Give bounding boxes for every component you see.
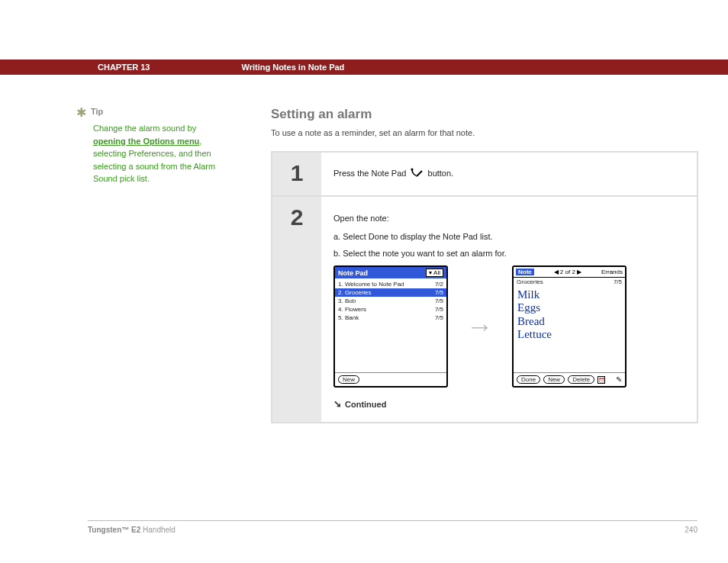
svg-point-0 xyxy=(411,168,414,170)
note-title: Groceries xyxy=(517,278,543,285)
step-number-cell: 1 xyxy=(272,153,321,195)
note-pager[interactable]: ◀ 2 of 2 ▶ xyxy=(554,269,581,275)
done-button[interactable]: Done xyxy=(517,375,540,384)
notepad-list-titlebar: Note Pad ▾ All xyxy=(335,267,446,278)
main-content: Setting an alarm To use a note as a remi… xyxy=(271,107,675,423)
step-2-open-line: Open the note: xyxy=(333,214,685,223)
notepad-button-icon xyxy=(410,168,424,180)
continued-label: Continued xyxy=(345,400,386,409)
asterisk-icon: ✱ xyxy=(76,107,86,119)
step-number: 1 xyxy=(291,160,304,186)
note-category-dropdown[interactable]: Errands xyxy=(601,269,623,275)
alarm-icon[interactable]: ⏰ xyxy=(598,376,605,384)
pen-icon[interactable]: ✎ xyxy=(616,375,622,384)
step-1-text-after: button. xyxy=(428,169,454,178)
step-number-cell: 2 xyxy=(272,197,321,422)
page-number: 240 xyxy=(685,526,697,534)
list-item[interactable]: 4. Flowers7/5 xyxy=(335,305,446,314)
chapter-header-bar: CHAPTER 13 Writing Notes in Note Pad xyxy=(0,60,728,75)
list-item[interactable]: 2. Groceries7/5 xyxy=(335,288,446,297)
note-detail-footer: Done New Delete ⏰ ✎ xyxy=(514,372,625,386)
step-1: 1 Press the Note Pad button. xyxy=(272,153,697,197)
step-2-body: Open the note: a. Select Done to display… xyxy=(321,197,697,422)
tip-body: Change the alarm sound by opening the Op… xyxy=(93,122,230,185)
tip-text-before: Change the alarm sound by xyxy=(93,124,196,133)
screenshots-row: Note Pad ▾ All 1. Welcome to Note Pad7/2… xyxy=(333,265,685,388)
step-2-sub-a: a. Select Done to display the Note Pad l… xyxy=(333,232,685,241)
tip-label: Tip xyxy=(91,107,103,116)
list-item[interactable]: 5. Bank7/5 xyxy=(335,314,446,322)
handwritten-line: Lettuce xyxy=(517,328,621,341)
footer-product-name: Tungsten™ E2 xyxy=(88,526,140,534)
note-header-label: Note xyxy=(516,269,534,275)
steps-table: 1 Press the Note Pad button. 2 xyxy=(271,151,698,423)
notepad-list-screenshot: Note Pad ▾ All 1. Welcome to Note Pad7/2… xyxy=(333,265,448,388)
step-1-body: Press the Note Pad button. xyxy=(321,153,697,195)
step-2-sub-b: b. Select the note you want to set an al… xyxy=(333,249,685,258)
tip-sidebar: ✱ Tip Change the alarm sound by opening … xyxy=(76,107,244,185)
note-detail-header: Note ◀ 2 of 2 ▶ Errands xyxy=(514,267,625,278)
continued-arrow-icon: ➘ xyxy=(333,398,342,410)
new-button[interactable]: New xyxy=(543,375,565,384)
new-button[interactable]: New xyxy=(338,375,359,384)
section-title: Setting an alarm xyxy=(271,107,675,122)
list-item[interactable]: 1. Welcome to Note Pad7/2 xyxy=(335,280,446,288)
notepad-category-dropdown[interactable]: ▾ All xyxy=(426,269,443,277)
note-body-canvas[interactable]: Milk Eggs Bread Lettuce xyxy=(514,286,625,372)
tip-options-menu-link[interactable]: opening the Options menu xyxy=(93,137,199,146)
notepad-list-title: Note Pad xyxy=(338,269,368,277)
list-item[interactable]: 3. Bob7/5 xyxy=(335,297,446,305)
note-title-row: Groceries 7/5 xyxy=(514,278,625,286)
notepad-list-body: 1. Welcome to Note Pad7/2 2. Groceries7/… xyxy=(335,278,446,372)
step-number: 2 xyxy=(291,204,304,230)
step-2: 2 Open the note: a. Select Done to displ… xyxy=(272,197,697,423)
note-date: 7/5 xyxy=(614,278,622,285)
page-footer: Tungsten™ E2 Handheld 240 xyxy=(88,520,697,534)
step-1-text-before: Press the Note Pad xyxy=(333,169,408,178)
handwritten-line: Eggs xyxy=(517,301,621,314)
note-detail-screenshot: Note ◀ 2 of 2 ▶ Errands Groceries 7/5 Mi… xyxy=(512,265,627,388)
footer-product: Tungsten™ E2 Handheld xyxy=(88,526,176,534)
arrow-right-icon: → xyxy=(457,310,503,343)
continued-indicator: ➘ Continued xyxy=(333,398,685,410)
notepad-list-footer: New xyxy=(335,372,446,386)
handwritten-line: Bread xyxy=(517,315,621,328)
section-intro: To use a note as a reminder, set an alar… xyxy=(271,128,675,137)
footer-product-rest: Handheld xyxy=(140,526,176,534)
handwritten-line: Milk xyxy=(517,288,621,301)
delete-button[interactable]: Delete xyxy=(568,375,594,384)
chapter-label: CHAPTER 13 xyxy=(98,63,150,72)
chapter-title: Writing Notes in Note Pad xyxy=(241,63,344,72)
